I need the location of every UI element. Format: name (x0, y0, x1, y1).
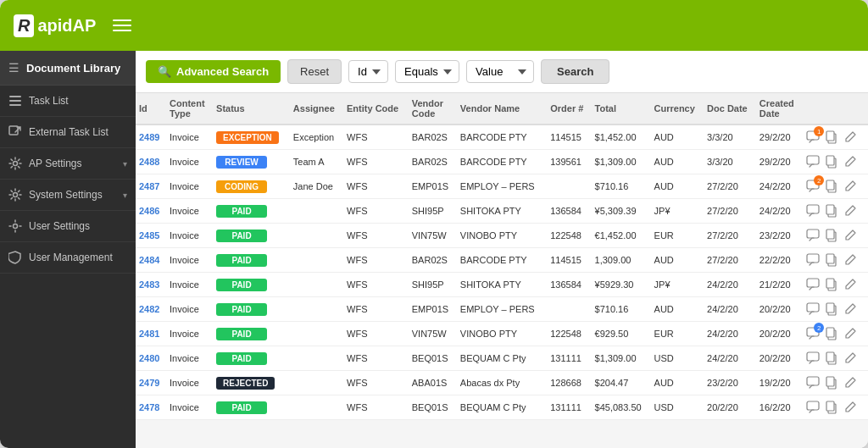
copy-icon-btn[interactable] (824, 154, 839, 169)
edit-icon-btn[interactable] (843, 130, 858, 145)
external-icon (8, 125, 22, 139)
invoice-link[interactable]: 2478 (139, 402, 159, 412)
col-created-date: CreatedDate (756, 93, 802, 124)
cell-currency: EUR (651, 224, 704, 248)
edit-icon-btn[interactable] (843, 326, 858, 341)
advanced-search-button[interactable]: 🔍 Advanced Search (146, 60, 281, 83)
comment-icon-btn[interactable] (805, 228, 821, 243)
edit-icon-btn[interactable] (843, 277, 858, 292)
copy-icon-btn[interactable] (824, 301, 839, 317)
cell-entity-code: WFS (343, 224, 409, 248)
comment-icon-btn[interactable] (805, 203, 821, 218)
copy-icon-btn[interactable] (824, 130, 839, 145)
reset-button[interactable]: Reset (287, 59, 342, 84)
status-badge: PAID (216, 352, 267, 365)
comment-icon-btn[interactable] (805, 154, 821, 169)
cell-vendor-name: VINOBO PTY (457, 322, 547, 346)
cell-assignee (290, 346, 343, 371)
invoice-link[interactable]: 2484 (139, 255, 159, 265)
cell-status: PAID (213, 199, 290, 224)
cell-entity-code: WFS (343, 371, 409, 395)
table-row: 2484 Invoice PAID WFS BAR02S BARCODE PTY… (136, 248, 868, 273)
comment-icon-btn[interactable] (805, 277, 821, 292)
sidebar-item-task-list[interactable]: Task List (0, 86, 136, 117)
cell-actions (802, 199, 868, 224)
search-button[interactable]: Search (541, 59, 609, 84)
invoice-link[interactable]: 2487 (139, 181, 159, 191)
edit-icon-btn[interactable] (843, 375, 858, 390)
svg-rect-33 (826, 328, 834, 337)
cell-actions (802, 224, 868, 248)
ap-settings-arrow: ▾ (123, 159, 127, 169)
comment-icon-btn[interactable]: 2 (805, 326, 821, 341)
copy-icon (825, 401, 838, 414)
copy-icon-btn[interactable] (824, 228, 839, 243)
copy-icon-btn[interactable] (824, 277, 839, 292)
copy-icon (825, 130, 838, 144)
cell-status: CODING (213, 174, 290, 199)
invoice-link[interactable]: 2479 (139, 378, 159, 388)
comment-icon-btn[interactable] (805, 400, 821, 415)
cell-total: $1,309.00 (592, 150, 651, 174)
svg-rect-27 (826, 279, 834, 288)
hamburger-menu-button[interactable] (113, 19, 131, 31)
col-doc-date: Doc Date (704, 93, 756, 124)
edit-icon-btn[interactable] (843, 400, 858, 415)
copy-icon-btn[interactable] (824, 252, 839, 268)
svg-rect-39 (826, 377, 834, 386)
invoice-link[interactable]: 2489 (139, 132, 159, 142)
cell-actions (802, 395, 868, 420)
edit-icon-btn[interactable] (843, 301, 858, 317)
cell-entity-code: WFS (343, 174, 409, 199)
cell-assignee (290, 371, 343, 395)
edit-icon-btn[interactable] (843, 203, 858, 218)
comment-icon-btn[interactable] (805, 252, 821, 268)
sidebar: ☰ Document Library Task List External Ta… (0, 51, 136, 448)
system-settings-icon (8, 188, 22, 202)
filter-value-select[interactable]: Value (466, 60, 534, 83)
cell-order: 136584 (547, 273, 591, 297)
comment-icon-btn[interactable] (805, 301, 821, 317)
invoice-link[interactable]: 2480 (139, 353, 159, 363)
edit-icon-btn[interactable] (843, 154, 858, 169)
svg-rect-40 (807, 401, 819, 410)
comment-icon-btn[interactable] (805, 375, 821, 390)
invoice-link[interactable]: 2486 (139, 206, 159, 216)
cell-currency: USD (651, 395, 704, 420)
comment-icon-btn[interactable]: 2 (805, 179, 821, 194)
cell-content-type: Invoice (166, 150, 213, 174)
edit-icon-btn[interactable] (843, 351, 858, 366)
content-area: 🔍 Advanced Search Reset Id Equals Value … (136, 51, 868, 448)
copy-icon-btn[interactable] (824, 351, 839, 366)
filter-equals-select[interactable]: Equals (395, 60, 459, 83)
invoice-link[interactable]: 2483 (139, 279, 159, 290)
invoice-link[interactable]: 2488 (139, 157, 159, 167)
comment-icon-btn[interactable]: 1 (805, 130, 821, 145)
cell-created-date: 24/2/20 (756, 174, 802, 199)
sidebar-item-ap-settings[interactable]: AP Settings ▾ (0, 148, 136, 180)
edit-icon-btn[interactable] (843, 228, 858, 243)
sidebar-item-system-settings[interactable]: System Settings ▾ (0, 180, 136, 211)
cell-entity-code: WFS (343, 395, 409, 420)
edit-icon-btn[interactable] (843, 252, 858, 268)
invoice-link[interactable]: 2481 (139, 329, 159, 339)
sidebar-item-user-settings[interactable]: User Settings (0, 211, 136, 242)
invoice-link[interactable]: 2485 (139, 230, 159, 241)
user-settings-icon (8, 219, 22, 233)
cell-vendor-code: BEQ01S (409, 346, 457, 371)
copy-icon-btn[interactable] (824, 375, 839, 390)
cell-currency: JP¥ (651, 273, 704, 297)
sidebar-item-external-task-list[interactable]: External Task List (0, 117, 136, 148)
invoice-link[interactable]: 2482 (139, 304, 159, 314)
copy-icon-btn[interactable] (824, 400, 839, 415)
copy-icon-btn[interactable] (824, 179, 839, 194)
edit-icon-btn[interactable] (843, 179, 858, 194)
filter-id-select[interactable]: Id (348, 60, 388, 83)
cell-actions (802, 248, 868, 273)
copy-icon-btn[interactable] (824, 203, 839, 218)
comment-icon-btn[interactable] (805, 351, 821, 366)
svg-rect-10 (807, 156, 819, 164)
copy-icon-btn[interactable] (824, 326, 839, 341)
sidebar-item-user-management[interactable]: User Management (0, 242, 136, 274)
cell-total: $204.47 (592, 371, 651, 395)
